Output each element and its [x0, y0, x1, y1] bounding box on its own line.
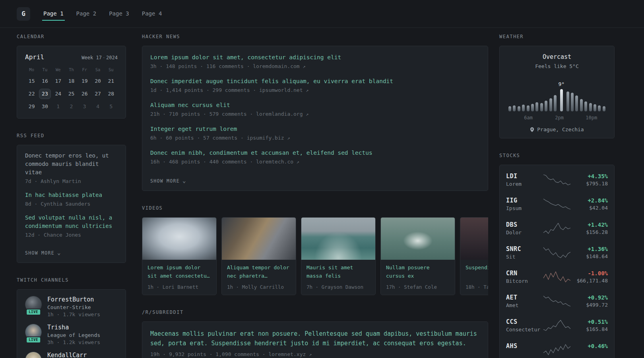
chevron-down-icon: ⌄ — [182, 178, 186, 183]
stock-values: +0.46% — [571, 343, 608, 356]
stocks-widget: STOCKS LDI Lorem +4.35% $795.18 — [499, 153, 615, 358]
temperature-bar — [545, 101, 547, 111]
calendar-day: 24 — [52, 89, 64, 99]
twitch-widget-title: TWITCH CHANNELS — [17, 277, 126, 283]
page-tab[interactable]: Page 1 — [42, 7, 65, 21]
video-card[interactable]: Suspendisse diam 18h · Tara — [460, 217, 488, 295]
stock-row: IIG Ipsum +2.84% $42.04 — [506, 192, 608, 216]
temperature-bar — [513, 105, 516, 111]
rss-show-more-button[interactable]: SHOW MORE ⌄ — [25, 250, 61, 256]
stock-change: +1.42% — [571, 222, 608, 228]
video-card-body: Suspendisse diam 18h · Tara — [460, 260, 488, 295]
stock-name: Ipsum — [506, 205, 543, 211]
video-card-body: Nullam posuere cursus ex 17h · Stefan Co… — [381, 260, 455, 295]
app-logo[interactable]: G — [17, 7, 30, 21]
stock-values: +1.36% $148.64 — [571, 246, 608, 259]
twitch-channel-row[interactable]: LIVE Trisha League of Legends 3h · 1.2k … — [25, 324, 118, 345]
source-domain-link[interactable]: loremnet.xyz ↗ — [268, 351, 312, 357]
source-domain-link[interactable]: ipsumworld.net ↗ — [259, 87, 309, 93]
source-domain-link[interactable]: ipsumify.biz ↗ — [247, 135, 290, 141]
video-title[interactable]: Lorem ipsum dolor sit amet consectetu… — [147, 264, 211, 280]
calendar-widget-title: CALENDAR — [17, 34, 126, 39]
hackernews-item-title[interactable]: Integer eget rutrum lorem — [150, 125, 480, 133]
day-of-week-label: Th — [65, 67, 78, 72]
calendar-day: 28 — [105, 89, 117, 99]
calendar-panel: April Week 17·2024 MoTuWeThFrSaSu 151617… — [17, 46, 126, 119]
rss-item: Sed volutpat nulla nisl, a condimentum n… — [25, 214, 118, 238]
video-thumbnail[interactable] — [460, 218, 488, 260]
calendar-day: 25 — [65, 89, 77, 99]
video-title[interactable]: Nullam posuere cursus ex — [386, 264, 450, 280]
twitch-channel-row[interactable]: LIVE KendallCarr — [25, 352, 118, 358]
hour-bar-cell — [518, 76, 520, 111]
hackernews-item-title[interactable]: Lorem ipsum dolor sit amet, consectetur … — [150, 53, 480, 62]
hour-bar-cell — [508, 76, 511, 111]
source-domain-link[interactable]: loremlandia.org ↗ — [256, 111, 308, 117]
stock-symbol: CRN — [506, 270, 543, 277]
stock-change: +2.84% — [571, 197, 608, 204]
stock-row: AHS +0.46% — [506, 337, 608, 358]
page-tab[interactable]: Page 4 — [141, 7, 163, 21]
calendar-grid: 1516171819202122232425262728293012345 — [25, 76, 118, 112]
video-title[interactable]: Aliquam tempor dolor nec pharetra… — [227, 264, 291, 280]
subreddit-post-title[interactable]: Maecenas mollis pulvinar erat non posuer… — [150, 329, 480, 348]
calendar-day: 18 — [65, 76, 77, 86]
hour-bar-cell: 9° — [558, 76, 564, 111]
video-thumbnail[interactable] — [301, 218, 375, 260]
day-of-week-label: Su — [105, 67, 118, 72]
stock-change: +0.51% — [571, 319, 608, 325]
rss-item: Donec tempor eros leo, ut commodo mauris… — [25, 152, 118, 184]
video-title[interactable]: Mauris sit amet massa felis — [306, 264, 370, 280]
rss-item-title[interactable]: Donec tempor eros leo, ut commodo mauris… — [25, 152, 118, 177]
hackernews-show-more-button[interactable]: SHOW MORE ⌄ — [150, 178, 186, 184]
hour-bar-cell — [540, 76, 543, 111]
hackernews-item-title[interactable]: Aliquam nec cursus elit — [150, 101, 480, 109]
temperature-bar — [535, 102, 538, 111]
hackernews-panel: Lorem ipsum dolor sit amet, consectetur … — [142, 46, 488, 191]
hackernews-item: Donec enim nibh, condimentum et accumsan… — [150, 149, 480, 165]
twitch-channel-row[interactable]: LIVE ForrestBurton Counter-Strike 1h · 1… — [25, 296, 118, 317]
temperature-bar — [580, 99, 583, 111]
rss-items: Donec tempor eros leo, ut commodo mauris… — [25, 152, 118, 238]
location-name: Prague, Czechia — [537, 126, 584, 132]
temperature-bar — [522, 105, 525, 111]
hackernews-item-title[interactable]: Donec enim nibh, condimentum et accumsan… — [150, 149, 480, 157]
video-meta: 17h · Stefan Cole — [386, 284, 450, 290]
stock-row: CCS Consectetur +0.51% $165.84 — [506, 313, 608, 337]
video-card[interactable]: Aliquam tempor dolor nec pharetra… 1h · … — [221, 217, 296, 295]
video-meta: 7h · Grayson Dawson — [306, 284, 370, 290]
hour-bar-cell — [566, 76, 569, 111]
stock-sparkline — [543, 344, 571, 356]
video-card[interactable]: Nullam posuere cursus ex 17h · Stefan Co… — [380, 217, 455, 295]
day-of-week-label: Tu — [38, 67, 51, 72]
video-card[interactable]: Lorem ipsum dolor sit amet consectetu… 1… — [142, 217, 217, 295]
stock-values: +0.92% $499.72 — [571, 294, 608, 308]
rss-panel: Donec tempor eros leo, ut commodo mauris… — [17, 145, 126, 263]
left-column: CALENDAR April Week 17·2024 MoTuWeThFrSa… — [17, 34, 126, 358]
hour-bar-cell — [513, 76, 516, 111]
hackernews-item-title[interactable]: Donec imperdiet augue tincidunt felis al… — [150, 77, 480, 86]
page-tab[interactable]: Page 2 — [75, 7, 98, 21]
video-thumbnail[interactable] — [222, 218, 296, 260]
video-title[interactable]: Suspendisse diam — [466, 264, 488, 280]
video-thumbnail[interactable] — [142, 218, 216, 260]
video-card[interactable]: Mauris sit amet massa felis 7h · Grayson… — [301, 217, 376, 295]
page-tab[interactable]: Page 3 — [108, 7, 130, 21]
rss-item-title[interactable]: In hac habitasse platea — [25, 191, 118, 199]
stock-sparkline — [543, 271, 571, 283]
external-link-icon: ↗ — [306, 88, 308, 93]
video-thumbnail[interactable] — [381, 218, 455, 260]
calendar-day: 20 — [92, 76, 104, 86]
time-label-6am: 6am — [524, 115, 533, 121]
channel-category: Counter-Strike — [47, 304, 100, 310]
channel-name[interactable]: ForrestBurton — [47, 296, 100, 303]
source-domain-link[interactable]: loremtech.co ↗ — [256, 159, 299, 165]
day-of-week-label: Fr — [78, 67, 91, 72]
channel-avatar — [25, 352, 42, 358]
channel-name[interactable]: Trisha — [47, 324, 100, 331]
topbar: G Page 1 Page 2 Page 3 Page 4 — [0, 0, 644, 28]
channel-name[interactable]: KendallCarr — [47, 352, 87, 358]
source-domain-link[interactable]: loremdomain.com ↗ — [253, 63, 305, 69]
rss-item-title[interactable]: Sed volutpat nulla nisl, a condimentum n… — [25, 214, 118, 230]
stock-identity: CRN Bitcorn — [506, 270, 543, 284]
